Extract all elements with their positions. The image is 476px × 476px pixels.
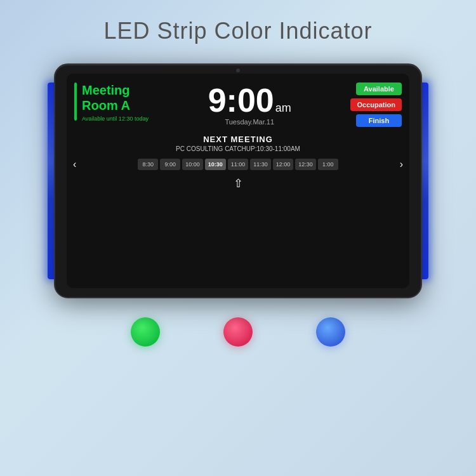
time-number: 9:00 [208,84,274,117]
timeline: ‹ 8:309:0010:0010:3011:0011:3012:0012:30… [67,155,409,174]
page-title: LED Strip Color Indicator [103,18,372,44]
top-bar: Meeting Room A Available until 12:30 tod… [67,74,409,132]
indicator-red [223,317,253,347]
meeting-section: NEXT MEETING PC COSULTING CATCHUP:10:30-… [67,132,409,155]
room-name-line2: Room A [82,98,149,113]
room-text: Meeting Room A Available until 12:30 tod… [82,83,149,122]
date-display: Tuesday.Mar.11 [225,118,274,126]
timeline-slot[interactable]: 8:30 [138,159,158,170]
timeline-slot[interactable]: 11:30 [250,159,271,170]
meeting-detail: PC COSULTING CATCHUP:10:30-11:00AM [72,145,404,152]
status-finish-button[interactable]: Finish [356,114,402,127]
status-occupation-button[interactable]: Occupation [350,98,402,111]
timeline-slot[interactable]: 10:30 [205,159,226,170]
timeline-slots: 8:309:0010:0010:3011:0011:3012:0012:301:… [79,159,396,170]
indicator-green [131,317,160,347]
tablet-shell: Meeting Room A Available until 12:30 tod… [54,63,422,298]
camera-dot [236,69,240,72]
status-buttons: Available Occupation Finish [350,83,402,127]
next-meeting-label: NEXT MEETING [72,135,404,144]
timeline-slot[interactable]: 9:00 [160,159,180,170]
timeline-next-button[interactable]: › [399,159,404,170]
timeline-slot[interactable]: 11:00 [228,159,249,170]
time-ampm: am [275,102,291,115]
timeline-slot[interactable]: 12:30 [295,159,316,170]
timeline-slot[interactable]: 10:00 [182,159,203,170]
room-name-line1: Meeting [82,83,149,98]
status-available-button[interactable]: Available [356,83,402,95]
timeline-slot[interactable]: 12:00 [273,159,294,170]
timeline-slot[interactable]: 1:00 [318,159,338,170]
room-info: Meeting Room A Available until 12:30 tod… [74,83,149,127]
home-button[interactable]: ⇧ [234,176,243,190]
time-block: 9:00 am Tuesday.Mar.11 [154,83,346,127]
indicator-blue [316,317,345,347]
timeline-prev-button[interactable]: ‹ [72,159,77,170]
green-bar [74,83,77,121]
available-text: Available until 12:30 today [82,116,149,122]
time-display: 9:00 am [208,84,291,117]
indicators-row [131,317,345,347]
screen: Meeting Room A Available until 12:30 tod… [67,74,409,288]
device-wrapper: Meeting Room A Available until 12:30 tod… [54,63,422,298]
home-btn-row: ⇧ [67,174,409,195]
